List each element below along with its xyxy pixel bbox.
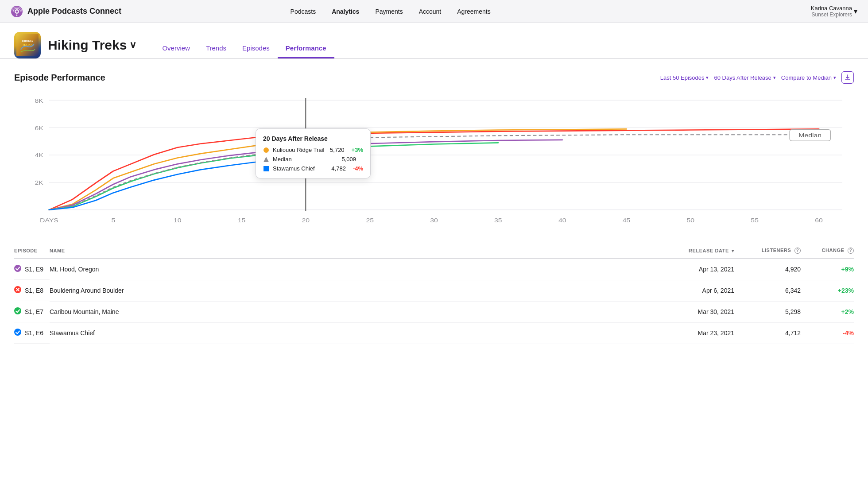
cell-change: +9% <box>801 259 854 280</box>
cell-episode-name: Caribou Mountain, Maine <box>50 301 655 322</box>
col-header-listeners: LISTENERS ? <box>734 243 801 259</box>
episode-badge-icon <box>14 265 21 273</box>
podcast-dropdown-chevron: ∨ <box>129 39 136 51</box>
cell-change: +23% <box>801 280 854 301</box>
tooltip-row-2: Stawamus Chief 4,782 -4% <box>263 165 363 172</box>
compare-filter-chevron: ▾ <box>833 75 836 81</box>
tab-performance[interactable]: Performance <box>278 39 334 58</box>
user-name: Karina Cavanna <box>811 5 852 12</box>
podcast-title[interactable]: Hiking Treks ∨ <box>48 38 136 53</box>
time-filter-label: 60 Days After Release <box>714 74 771 81</box>
col-header-name: NAME <box>50 243 655 259</box>
tab-trends[interactable]: Trends <box>198 39 234 58</box>
app-logo: Apple Podcasts Connect <box>11 5 121 18</box>
svg-text:20: 20 <box>302 217 310 223</box>
nav-analytics[interactable]: Analytics <box>332 8 359 15</box>
tooltip-row-0: Kuliouou Ridge Trail 5,720 +3% <box>263 147 363 153</box>
svg-text:50: 50 <box>687 217 695 223</box>
podcast-header: HIKING TREKS Hiking Treks ∨ Overview Tre… <box>0 23 868 59</box>
cell-listeners: 6,342 <box>734 280 801 301</box>
cell-episode-badge: S1, E9 <box>14 259 50 280</box>
listeners-info-icon[interactable]: ? <box>794 248 801 254</box>
svg-point-42 <box>14 307 21 314</box>
svg-text:8K: 8K <box>35 97 44 104</box>
episodes-table-wrapper: EPISODE NAME RELEASE DATE ▾ LISTENERS ? <box>14 243 854 344</box>
tooltip-value-1: 5,009 <box>341 156 356 163</box>
nav-account[interactable]: Account <box>419 8 442 15</box>
user-subtitle: Sunset Explorers <box>811 12 852 18</box>
svg-point-38 <box>14 265 21 272</box>
cell-release-date: Mar 23, 2021 <box>655 322 734 344</box>
compare-filter-label: Compare to Median <box>781 74 832 81</box>
tooltip-label-2: Stawamus Chief <box>273 165 328 172</box>
cell-episode-badge: S1, E7 <box>14 301 50 322</box>
episodes-filter-chevron: ▾ <box>706 75 709 81</box>
tab-overview[interactable]: Overview <box>154 39 198 58</box>
download-button[interactable] <box>841 71 854 84</box>
tooltip-title: 20 Days After Release <box>263 135 363 142</box>
change-info-icon[interactable]: ? <box>848 248 854 254</box>
chart-tooltip: 20 Days After Release Kuliouou Ridge Tra… <box>256 128 371 178</box>
col-header-release-date[interactable]: RELEASE DATE ▾ <box>655 243 734 259</box>
cell-episode-badge: S1, E6 <box>14 322 50 344</box>
episode-performance-title: Episode Performance <box>14 73 105 83</box>
cell-release-date: Apr 6, 2021 <box>655 280 734 301</box>
cell-episode-name: Stawamus Chief <box>50 322 655 344</box>
episode-badge-icon <box>14 286 21 294</box>
cell-episode-name: Mt. Hood, Oregon <box>50 259 655 280</box>
podcast-tabs: Overview Trends Episodes Performance <box>154 39 334 58</box>
tooltip-change-2: -4% <box>353 165 363 172</box>
tooltip-icon-orange <box>263 147 269 153</box>
cell-listeners: 4,920 <box>734 259 801 280</box>
svg-point-35 <box>264 147 269 153</box>
table-row[interactable]: S1, E9 Mt. Hood, Oregon Apr 13, 2021 4,9… <box>14 259 854 280</box>
svg-text:25: 25 <box>366 217 374 223</box>
svg-text:4K: 4K <box>35 152 44 159</box>
svg-text:60: 60 <box>815 217 823 223</box>
compare-filter-button[interactable]: Compare to Median ▾ <box>781 74 836 81</box>
svg-text:30: 30 <box>430 217 438 223</box>
release-sort-icon: ▾ <box>732 248 734 253</box>
tooltip-value-0: 5,720 <box>330 147 345 153</box>
user-menu[interactable]: Karina Cavanna Sunset Explorers ▾ <box>811 5 857 18</box>
cell-episode-badge: S1, E8 <box>14 280 50 301</box>
cell-release-date: Apr 13, 2021 <box>655 259 734 280</box>
episode-id: S1, E9 <box>25 266 43 273</box>
col-header-episode: EPISODE <box>14 243 50 259</box>
svg-marker-36 <box>264 157 269 162</box>
table-row[interactable]: S1, E8 Bouldering Around Boulder Apr 6, … <box>14 280 854 301</box>
cell-listeners: 4,712 <box>734 322 801 344</box>
nav-payments[interactable]: Payments <box>375 8 403 15</box>
nav-podcasts[interactable]: Podcasts <box>291 8 316 15</box>
user-chevron-icon: ▾ <box>854 7 857 15</box>
tab-episodes[interactable]: Episodes <box>234 39 278 58</box>
main-content: Episode Performance Last 50 Episodes ▾ 6… <box>0 59 868 356</box>
episode-performance-header: Episode Performance Last 50 Episodes ▾ 6… <box>14 71 854 84</box>
app-title: Apple Podcasts Connect <box>27 7 121 16</box>
svg-text:HIKING: HIKING <box>22 39 33 43</box>
cell-change: +2% <box>801 301 854 322</box>
svg-text:DAYS: DAYS <box>40 217 58 223</box>
svg-text:15: 15 <box>238 217 246 223</box>
episode-badge-icon <box>14 307 21 316</box>
time-filter-button[interactable]: 60 Days After Release ▾ <box>714 74 775 81</box>
cell-release-date: Mar 30, 2021 <box>655 301 734 322</box>
episode-id: S1, E7 <box>25 308 43 315</box>
tooltip-icon-blue <box>263 166 269 172</box>
nav-agreements[interactable]: Agreements <box>457 8 490 15</box>
svg-text:40: 40 <box>558 217 566 223</box>
episodes-table: EPISODE NAME RELEASE DATE ▾ LISTENERS ? <box>14 243 854 344</box>
svg-point-2 <box>16 10 18 12</box>
cell-listeners: 5,298 <box>734 301 801 322</box>
podcasts-logo-icon <box>11 5 23 18</box>
episodes-filter-button[interactable]: Last 50 Episodes ▾ <box>660 74 709 81</box>
time-filter-chevron: ▾ <box>773 75 776 81</box>
table-row[interactable]: S1, E6 Stawamus Chief Mar 23, 2021 4,712… <box>14 322 854 344</box>
tooltip-label-1: Median <box>273 156 338 163</box>
artwork-svg: HIKING TREKS <box>16 34 39 56</box>
svg-text:35: 35 <box>494 217 502 223</box>
table-row[interactable]: S1, E7 Caribou Mountain, Maine Mar 30, 2… <box>14 301 854 322</box>
svg-text:2K: 2K <box>35 180 44 186</box>
nav-links: Podcasts Analytics Payments Account Agre… <box>291 8 491 15</box>
tooltip-value-2: 4,782 <box>331 165 346 172</box>
